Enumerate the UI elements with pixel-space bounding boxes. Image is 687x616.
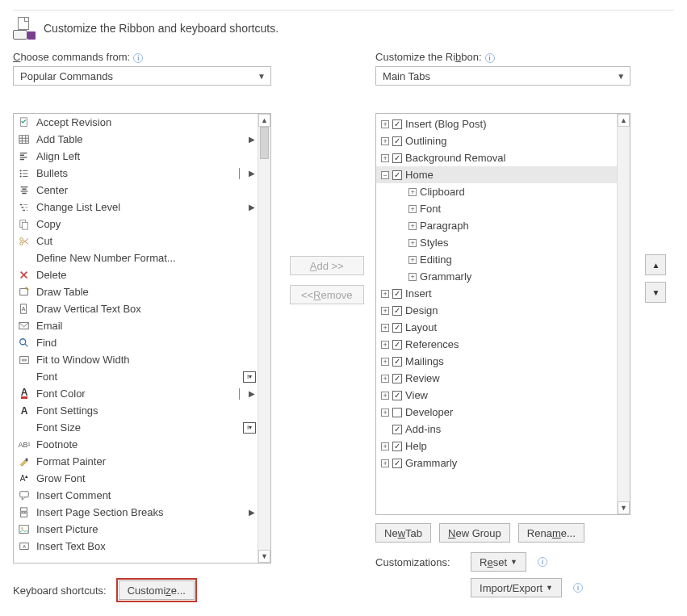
scrollbar[interactable]: ▲ ▼ (258, 114, 270, 563)
tree-item[interactable]: +✓View (376, 387, 617, 404)
tree-item[interactable]: +✓Design (376, 302, 617, 319)
move-up-button[interactable]: ▲ (645, 254, 666, 275)
info-icon[interactable]: i (133, 53, 143, 63)
expand-icon[interactable]: + (381, 442, 389, 450)
tree-item[interactable]: +✓Background Removal (376, 149, 617, 166)
command-item[interactable]: Delete (14, 266, 258, 283)
expand-icon[interactable]: + (381, 341, 389, 349)
expand-icon[interactable]: + (381, 358, 389, 366)
command-item[interactable]: Insert Page Section Breaks▶ (14, 504, 258, 521)
commands-listbox[interactable]: Accept RevisionAdd Table▶Align LeftBulle… (13, 113, 271, 564)
collapse-icon[interactable]: − (381, 171, 389, 179)
command-item[interactable]: AInsert Text Box (14, 538, 258, 555)
scroll-down-button[interactable]: ▼ (618, 501, 630, 514)
checkbox[interactable]: ✓ (392, 170, 402, 180)
checkbox[interactable]: ✓ (392, 323, 402, 333)
command-item[interactable]: Find (14, 334, 258, 351)
tree-item[interactable]: +Font (376, 200, 617, 217)
new-group-button[interactable]: New Group (439, 523, 510, 543)
info-icon[interactable]: i (485, 53, 495, 63)
reset-button[interactable]: Reset ▼ (471, 552, 526, 572)
command-item[interactable]: Fit to Window Width (14, 351, 258, 368)
expand-icon[interactable]: + (381, 154, 389, 162)
expand-icon[interactable]: + (381, 290, 389, 298)
checkbox[interactable]: ✓ (392, 374, 402, 383)
expand-icon[interactable]: + (381, 409, 389, 417)
tree-item[interactable]: +Editing (376, 251, 617, 268)
customize-ribbon-combo[interactable]: Main Tabs ▼ (375, 66, 630, 86)
checkbox[interactable]: ✓ (392, 289, 402, 299)
choose-commands-combo[interactable]: Popular Commands ▼ (13, 66, 271, 86)
checkbox[interactable]: ✓ (392, 340, 402, 350)
tree-item[interactable]: +✓Layout (376, 319, 617, 336)
command-item[interactable]: FontI▾ (14, 368, 258, 385)
command-item[interactable]: Align Left (14, 148, 258, 165)
scroll-up-button[interactable]: ▲ (618, 114, 630, 127)
tree-item[interactable]: +Clipboard (376, 183, 617, 200)
command-item[interactable]: ADraw Vertical Text Box (14, 300, 258, 317)
checkbox[interactable]: ✓ (392, 306, 402, 316)
tree-item[interactable]: ✓Add-ins (376, 421, 617, 438)
checkbox[interactable]: ✓ (392, 442, 402, 451)
info-icon[interactable]: i (573, 583, 583, 593)
new-tab-button[interactable]: New Tab (375, 523, 431, 543)
move-down-button[interactable]: ▼ (645, 282, 666, 303)
command-item[interactable]: Define New Number Format... (14, 249, 258, 266)
command-item[interactable]: Font SizeI▾ (14, 419, 258, 436)
expand-icon[interactable]: + (381, 307, 389, 315)
expand-icon[interactable]: + (408, 188, 417, 196)
scroll-up-button[interactable]: ▲ (258, 114, 270, 127)
checkbox[interactable]: ✓ (392, 357, 402, 367)
checkbox[interactable]: ✓ (392, 119, 402, 129)
command-item[interactable]: AB¹Footnote (14, 436, 258, 453)
rename-button[interactable]: Rename... (518, 523, 584, 543)
command-item[interactable]: A▴Grow Font (14, 470, 258, 487)
command-item[interactable]: Insert Picture (14, 521, 258, 538)
expand-icon[interactable]: + (381, 324, 389, 332)
command-item[interactable]: Accept Revision (14, 114, 258, 131)
tree-item[interactable]: +✓Help (376, 438, 617, 455)
expand-icon[interactable]: + (408, 256, 417, 264)
command-item[interactable]: Insert Comment (14, 487, 258, 504)
tree-item[interactable]: +Grammarly (376, 268, 617, 285)
tree-item[interactable]: +✓Review (376, 370, 617, 387)
expand-icon[interactable]: + (381, 137, 389, 145)
tree-item[interactable]: +Styles (376, 234, 617, 251)
tree-item[interactable]: +✓Grammarly (376, 455, 617, 471)
info-icon[interactable]: i (538, 557, 547, 567)
expand-icon[interactable]: + (381, 392, 389, 400)
expand-icon[interactable]: + (408, 205, 417, 213)
scrollbar[interactable]: ▲ ▼ (617, 114, 630, 514)
expand-icon[interactable]: + (381, 459, 389, 467)
tree-item[interactable]: +✓Insert (376, 285, 617, 302)
tree-item[interactable]: +Paragraph (376, 217, 617, 234)
checkbox[interactable]: ✓ (392, 425, 402, 434)
checkbox[interactable]: ✓ (392, 391, 402, 400)
command-item[interactable]: AFont Color▶ (14, 385, 258, 402)
scroll-thumb[interactable] (260, 127, 269, 159)
expand-icon[interactable]: + (408, 273, 417, 281)
command-item[interactable]: Copy (14, 216, 258, 233)
scroll-down-button[interactable]: ▼ (258, 550, 270, 563)
command-item[interactable]: Email (14, 317, 258, 334)
tree-item[interactable]: −✓Home (376, 166, 617, 183)
command-item[interactable]: Center (14, 182, 258, 199)
expand-icon[interactable]: + (408, 222, 417, 230)
tree-item[interactable]: +✓Outlining (376, 132, 617, 149)
command-item[interactable]: Change List Level▶ (14, 199, 258, 216)
expand-icon[interactable]: + (408, 239, 417, 247)
command-item[interactable]: Cut (14, 233, 258, 249)
command-item[interactable]: Bullets▶ (14, 165, 258, 182)
import-export-button[interactable]: Import/Export ▼ (471, 578, 562, 597)
tree-item[interactable]: +✓Insert (Blog Post) (376, 115, 617, 132)
checkbox[interactable]: ✓ (392, 459, 402, 468)
checkbox[interactable] (392, 408, 402, 417)
command-item[interactable]: Draw Table (14, 283, 258, 300)
command-item[interactable]: Format Painter (14, 453, 258, 470)
expand-icon[interactable]: + (381, 375, 389, 383)
customize-keyboard-button[interactable]: Customize... (119, 580, 195, 600)
command-item[interactable]: AFont Settings (14, 402, 258, 419)
tree-item[interactable]: +Developer (376, 404, 617, 421)
ribbon-tree[interactable]: +✓Insert (Blog Post)+✓Outlining+✓Backgro… (375, 113, 630, 515)
checkbox[interactable]: ✓ (392, 153, 402, 163)
